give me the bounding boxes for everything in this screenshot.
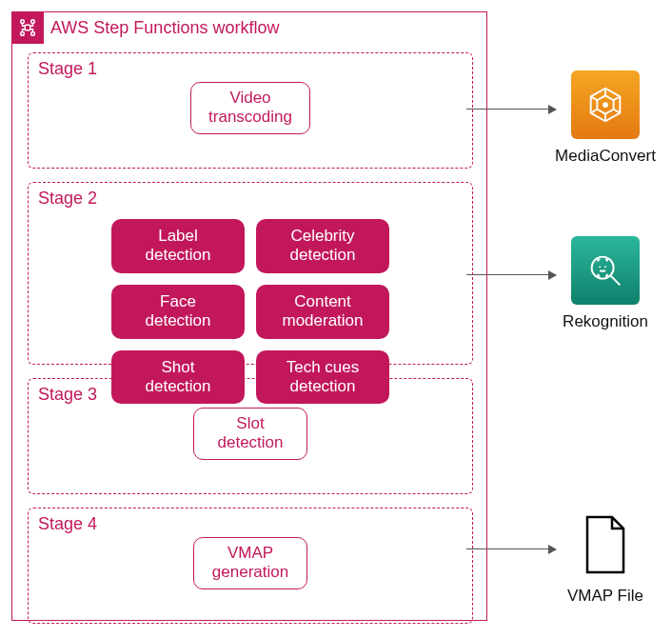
svg-point-17 — [604, 266, 606, 268]
svg-rect-4 — [25, 25, 30, 30]
arrow-stage2-to-rekognition — [466, 274, 556, 275]
arrow-stage1-to-mediaconvert — [466, 109, 556, 110]
task-label-detection: Labeldetection — [111, 219, 245, 273]
stage-1: Stage 1 Videotranscoding — [28, 52, 473, 169]
stage-4-label: Stage 4 — [38, 514, 97, 534]
stage-4: Stage 4 VMAPgeneration — [28, 508, 473, 624]
svg-line-13 — [614, 110, 621, 113]
svg-point-2 — [21, 32, 25, 36]
svg-point-0 — [21, 20, 25, 24]
task-face-detection: Facedetection — [111, 285, 245, 339]
stage-3: Stage 3 Slotdetection — [28, 378, 473, 494]
target-vmap-file: VMAP File — [548, 510, 662, 606]
mediaconvert-icon — [571, 70, 640, 139]
svg-line-12 — [591, 110, 598, 113]
workflow-container: AWS Step Functions workflow Stage 1 Vide… — [11, 11, 487, 621]
svg-point-14 — [592, 257, 614, 279]
svg-point-3 — [31, 32, 35, 36]
diagram-canvas: AWS Step Functions workflow Stage 1 Vide… — [0, 0, 672, 638]
stage-1-label: Stage 1 — [38, 59, 97, 79]
task-vmap-generation: VMAPgeneration — [193, 537, 307, 589]
svg-point-1 — [31, 20, 35, 24]
stage-3-label: Stage 3 — [38, 385, 97, 405]
mediaconvert-label: MediaConvert — [548, 147, 662, 166]
task-slot-detection: Slotdetection — [193, 408, 307, 460]
svg-point-7 — [603, 102, 608, 108]
vmap-file-label: VMAP File — [548, 587, 662, 606]
rekognition-icon — [571, 236, 640, 305]
arrow-stage4-to-vmap — [466, 548, 556, 549]
step-functions-icon — [11, 11, 44, 44]
stage-2: Stage 2 Labeldetection Celebritydetectio… — [28, 182, 473, 365]
workflow-title: AWS Step Functions workflow — [50, 18, 279, 38]
file-icon — [571, 510, 640, 579]
stage-2-label: Stage 2 — [38, 189, 97, 209]
target-mediaconvert: MediaConvert — [548, 70, 662, 166]
task-content-moderation: Contentmoderation — [256, 285, 389, 339]
svg-line-10 — [591, 96, 598, 100]
task-video-transcoding: Videotranscoding — [190, 82, 310, 134]
task-celebrity-detection: Celebritydetection — [256, 219, 389, 273]
rekognition-label: Rekognition — [548, 312, 662, 331]
target-rekognition: Rekognition — [548, 236, 662, 331]
svg-line-11 — [614, 96, 621, 100]
svg-line-15 — [611, 276, 621, 286]
svg-point-16 — [599, 266, 601, 268]
